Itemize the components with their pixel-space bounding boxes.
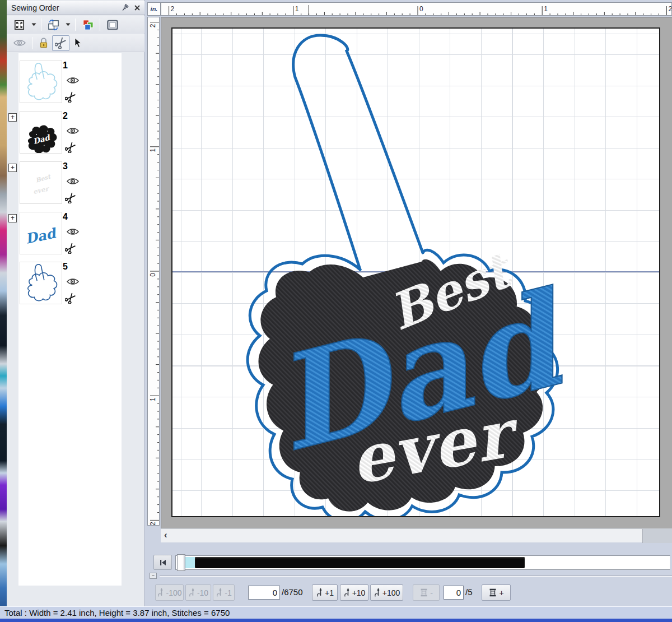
- fit-view-button[interactable]: [10, 17, 29, 33]
- item-thumbnail[interactable]: Dad: [20, 212, 62, 254]
- svg-text:2: 2: [668, 5, 672, 13]
- svg-text:Best: Best: [35, 173, 52, 184]
- reorder-dropdown[interactable]: [64, 17, 72, 33]
- stitch-forward-100-button[interactable]: +100: [370, 584, 403, 601]
- color-forward-button[interactable]: +: [482, 584, 511, 601]
- fit-view-dropdown[interactable]: [30, 17, 38, 33]
- item-thumbnail[interactable]: [20, 262, 62, 304]
- item-number: 3: [63, 161, 68, 171]
- status-text: Total : Width = 2.41 inch, Height = 3.87…: [0, 608, 230, 618]
- hoop-button[interactable]: [103, 17, 122, 33]
- expand-plus-icon[interactable]: +: [8, 113, 17, 122]
- ruler-unit-box: in.: [147, 2, 161, 16]
- svg-text:1: 1: [544, 5, 548, 13]
- color-total-label: /5: [465, 587, 473, 597]
- expand-plus-icon[interactable]: +: [8, 164, 17, 172]
- item-number: 4: [63, 212, 68, 222]
- item-thumbnail[interactable]: [20, 61, 62, 103]
- color-sort-button[interactable]: [78, 17, 97, 33]
- stitch-back-1-button[interactable]: -1: [213, 584, 235, 601]
- canvas-viewport[interactable]: Best Dad ever: [161, 17, 672, 528]
- svg-text:1: 1: [149, 397, 157, 401]
- panel-toolbar-top: [7, 16, 144, 34]
- panel-titlebar: Sewing Order: [7, 1, 144, 15]
- color-back-button[interactable]: -: [413, 584, 440, 601]
- embroidery-design[interactable]: Best Dad ever: [172, 29, 659, 516]
- color-position-input[interactable]: [444, 586, 464, 600]
- panel-toolbar-bottom: [7, 34, 144, 52]
- ruler-unit-label: in.: [151, 6, 158, 12]
- item-thumbnail[interactable]: Dad: [20, 111, 62, 154]
- stitch-forward-1-button[interactable]: +1: [312, 584, 338, 601]
- slider-stitch-bar: [195, 557, 525, 568]
- svg-text:0: 0: [149, 273, 157, 277]
- panel-splitter[interactable]: [160, 575, 672, 577]
- sewing-order-item-3[interactable]: +Bestever3: [7, 161, 144, 213]
- item-number: 1: [63, 61, 68, 71]
- stitch-position-input[interactable]: [248, 586, 280, 600]
- stitch-back-10-button[interactable]: -10: [185, 584, 211, 601]
- app-window: Sewing Order: [0, 0, 672, 622]
- scissors-trim-icon[interactable]: [65, 293, 76, 306]
- select-cursor-icon[interactable]: [69, 35, 85, 51]
- svg-text:2: 2: [171, 5, 175, 13]
- svg-text:Dad: Dad: [24, 225, 59, 247]
- sewing-order-item-2[interactable]: +Dad2: [7, 111, 144, 163]
- item-number: 2: [63, 111, 68, 121]
- sewing-order-panel: Sewing Order: [7, 0, 144, 606]
- svg-text:1: 1: [149, 148, 157, 152]
- design-page[interactable]: Best Dad ever: [171, 27, 660, 517]
- horizontal-scrollbar[interactable]: ‹: [161, 528, 672, 542]
- scissors-trim-icon[interactable]: [65, 91, 76, 105]
- window-bottom-edge: [0, 619, 672, 622]
- scissors-trim-icon[interactable]: [65, 243, 76, 256]
- reorder-objects-button[interactable]: [44, 17, 63, 33]
- stitch-back-100-button[interactable]: -100: [155, 584, 184, 601]
- scrollbar-corner: [642, 529, 672, 543]
- visibility-eye-icon[interactable]: [10, 35, 29, 51]
- svg-text:1: 1: [295, 5, 299, 13]
- close-icon[interactable]: [132, 3, 142, 13]
- panel-splitter-toggle[interactable]: −: [150, 573, 157, 579]
- pin-icon[interactable]: [120, 3, 130, 13]
- scroll-left-arrow[interactable]: ‹: [164, 530, 167, 541]
- sewing-order-item-5[interactable]: 5: [7, 262, 144, 313]
- sewing-order-item-4[interactable]: +Dad4: [7, 212, 144, 263]
- stitch-total-label: /6750: [282, 587, 303, 597]
- slider-handle[interactable]: [177, 554, 185, 571]
- slider-sewn-segment: [185, 557, 195, 568]
- expand-plus-icon[interactable]: +: [8, 214, 17, 222]
- sewing-order-item-1[interactable]: 1: [7, 61, 144, 112]
- svg-text:ever: ever: [32, 184, 50, 196]
- ruler-horizontal: 21012: [161, 2, 672, 16]
- lock-icon[interactable]: [35, 35, 52, 51]
- strap-outline: [293, 35, 423, 270]
- eye-visibility-icon[interactable]: [66, 177, 80, 188]
- jump-to-start-button[interactable]: [153, 555, 172, 570]
- scissors-trim-icon[interactable]: [65, 142, 76, 155]
- scissors-trim-icon[interactable]: [65, 192, 76, 206]
- eye-visibility-icon[interactable]: [66, 127, 80, 137]
- svg-text:2: 2: [149, 24, 157, 27]
- eye-visibility-icon[interactable]: [66, 76, 80, 87]
- eye-visibility-icon[interactable]: [66, 228, 80, 238]
- item-number: 5: [63, 262, 68, 272]
- desktop-background-strip: [0, 0, 7, 606]
- stitch-progress-slider[interactable]: [175, 555, 670, 570]
- svg-text:0: 0: [419, 5, 423, 13]
- svg-text:2: 2: [149, 522, 157, 526]
- scissors-tool-button[interactable]: [52, 35, 69, 51]
- item-thumbnail[interactable]: Bestever: [20, 161, 62, 204]
- panel-title: Sewing Order: [7, 3, 120, 12]
- status-bar: Total : Width = 2.41 inch, Height = 3.87…: [0, 606, 672, 619]
- eye-visibility-icon[interactable]: [66, 277, 80, 288]
- stitch-forward-10-button[interactable]: +10: [340, 584, 368, 601]
- ruler-vertical: 21012: [147, 17, 160, 526]
